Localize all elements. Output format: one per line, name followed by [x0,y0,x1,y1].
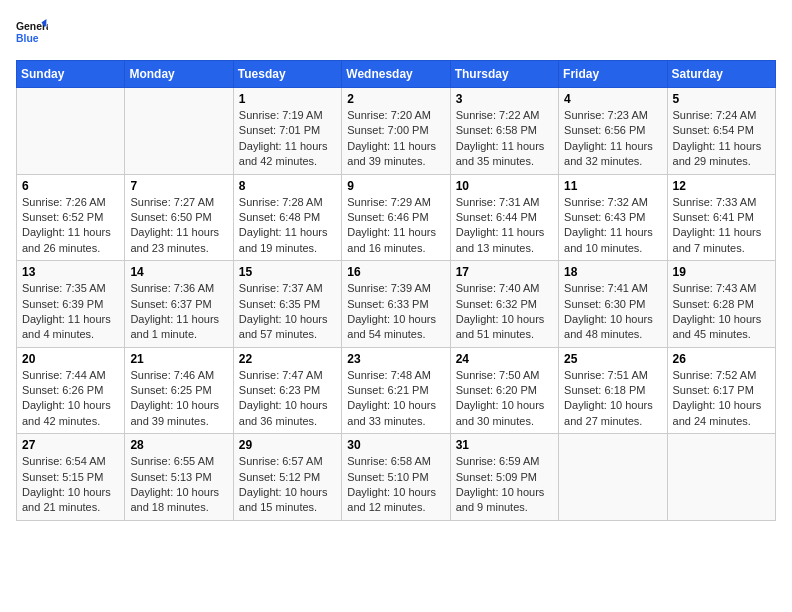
day-info: Sunrise: 7:40 AM Sunset: 6:32 PM Dayligh… [456,281,553,343]
day-info: Sunrise: 7:51 AM Sunset: 6:18 PM Dayligh… [564,368,661,430]
day-number: 1 [239,92,336,106]
calendar-week-row: 13Sunrise: 7:35 AM Sunset: 6:39 PM Dayli… [17,261,776,348]
day-number: 17 [456,265,553,279]
day-info: Sunrise: 7:50 AM Sunset: 6:20 PM Dayligh… [456,368,553,430]
day-info: Sunrise: 7:46 AM Sunset: 6:25 PM Dayligh… [130,368,227,430]
calendar-table: SundayMondayTuesdayWednesdayThursdayFrid… [16,60,776,521]
calendar-cell: 6Sunrise: 7:26 AM Sunset: 6:52 PM Daylig… [17,174,125,261]
day-number: 25 [564,352,661,366]
logo-icon: General Blue [16,16,48,48]
day-info: Sunrise: 7:36 AM Sunset: 6:37 PM Dayligh… [130,281,227,343]
day-info: Sunrise: 7:22 AM Sunset: 6:58 PM Dayligh… [456,108,553,170]
svg-text:Blue: Blue [16,33,39,44]
day-number: 5 [673,92,770,106]
day-number: 27 [22,438,119,452]
day-of-week-header: Wednesday [342,61,450,88]
day-info: Sunrise: 6:55 AM Sunset: 5:13 PM Dayligh… [130,454,227,516]
calendar-cell: 13Sunrise: 7:35 AM Sunset: 6:39 PM Dayli… [17,261,125,348]
calendar-cell: 16Sunrise: 7:39 AM Sunset: 6:33 PM Dayli… [342,261,450,348]
day-info: Sunrise: 7:24 AM Sunset: 6:54 PM Dayligh… [673,108,770,170]
calendar-cell: 19Sunrise: 7:43 AM Sunset: 6:28 PM Dayli… [667,261,775,348]
day-number: 28 [130,438,227,452]
calendar-cell: 30Sunrise: 6:58 AM Sunset: 5:10 PM Dayli… [342,434,450,521]
calendar-cell: 20Sunrise: 7:44 AM Sunset: 6:26 PM Dayli… [17,347,125,434]
calendar-cell: 4Sunrise: 7:23 AM Sunset: 6:56 PM Daylig… [559,88,667,175]
day-info: Sunrise: 7:35 AM Sunset: 6:39 PM Dayligh… [22,281,119,343]
calendar-cell: 15Sunrise: 7:37 AM Sunset: 6:35 PM Dayli… [233,261,341,348]
day-info: Sunrise: 7:33 AM Sunset: 6:41 PM Dayligh… [673,195,770,257]
day-number: 26 [673,352,770,366]
day-info: Sunrise: 6:57 AM Sunset: 5:12 PM Dayligh… [239,454,336,516]
calendar-cell: 11Sunrise: 7:32 AM Sunset: 6:43 PM Dayli… [559,174,667,261]
day-info: Sunrise: 6:58 AM Sunset: 5:10 PM Dayligh… [347,454,444,516]
day-info: Sunrise: 7:26 AM Sunset: 6:52 PM Dayligh… [22,195,119,257]
day-number: 6 [22,179,119,193]
day-number: 19 [673,265,770,279]
calendar-cell: 2Sunrise: 7:20 AM Sunset: 7:00 PM Daylig… [342,88,450,175]
day-number: 11 [564,179,661,193]
calendar-cell: 31Sunrise: 6:59 AM Sunset: 5:09 PM Dayli… [450,434,558,521]
day-number: 16 [347,265,444,279]
calendar-cell: 5Sunrise: 7:24 AM Sunset: 6:54 PM Daylig… [667,88,775,175]
day-info: Sunrise: 7:48 AM Sunset: 6:21 PM Dayligh… [347,368,444,430]
day-info: Sunrise: 7:43 AM Sunset: 6:28 PM Dayligh… [673,281,770,343]
calendar-week-row: 6Sunrise: 7:26 AM Sunset: 6:52 PM Daylig… [17,174,776,261]
calendar-cell: 3Sunrise: 7:22 AM Sunset: 6:58 PM Daylig… [450,88,558,175]
calendar-cell: 22Sunrise: 7:47 AM Sunset: 6:23 PM Dayli… [233,347,341,434]
day-info: Sunrise: 6:59 AM Sunset: 5:09 PM Dayligh… [456,454,553,516]
day-number: 12 [673,179,770,193]
day-info: Sunrise: 7:19 AM Sunset: 7:01 PM Dayligh… [239,108,336,170]
day-of-week-header: Tuesday [233,61,341,88]
calendar-cell: 25Sunrise: 7:51 AM Sunset: 6:18 PM Dayli… [559,347,667,434]
day-info: Sunrise: 7:41 AM Sunset: 6:30 PM Dayligh… [564,281,661,343]
calendar-cell: 10Sunrise: 7:31 AM Sunset: 6:44 PM Dayli… [450,174,558,261]
day-of-week-header: Saturday [667,61,775,88]
day-info: Sunrise: 7:23 AM Sunset: 6:56 PM Dayligh… [564,108,661,170]
calendar-cell: 23Sunrise: 7:48 AM Sunset: 6:21 PM Dayli… [342,347,450,434]
day-info: Sunrise: 7:32 AM Sunset: 6:43 PM Dayligh… [564,195,661,257]
day-number: 21 [130,352,227,366]
day-number: 18 [564,265,661,279]
day-number: 4 [564,92,661,106]
day-info: Sunrise: 6:54 AM Sunset: 5:15 PM Dayligh… [22,454,119,516]
day-number: 22 [239,352,336,366]
calendar-cell: 1Sunrise: 7:19 AM Sunset: 7:01 PM Daylig… [233,88,341,175]
day-number: 23 [347,352,444,366]
calendar-cell: 17Sunrise: 7:40 AM Sunset: 6:32 PM Dayli… [450,261,558,348]
day-info: Sunrise: 7:20 AM Sunset: 7:00 PM Dayligh… [347,108,444,170]
day-number: 7 [130,179,227,193]
day-info: Sunrise: 7:47 AM Sunset: 6:23 PM Dayligh… [239,368,336,430]
calendar-cell: 29Sunrise: 6:57 AM Sunset: 5:12 PM Dayli… [233,434,341,521]
day-number: 3 [456,92,553,106]
calendar-cell: 8Sunrise: 7:28 AM Sunset: 6:48 PM Daylig… [233,174,341,261]
day-number: 13 [22,265,119,279]
page-header: General Blue [16,16,776,48]
day-info: Sunrise: 7:39 AM Sunset: 6:33 PM Dayligh… [347,281,444,343]
day-number: 9 [347,179,444,193]
day-info: Sunrise: 7:31 AM Sunset: 6:44 PM Dayligh… [456,195,553,257]
day-info: Sunrise: 7:52 AM Sunset: 6:17 PM Dayligh… [673,368,770,430]
day-number: 30 [347,438,444,452]
day-number: 24 [456,352,553,366]
calendar-cell: 7Sunrise: 7:27 AM Sunset: 6:50 PM Daylig… [125,174,233,261]
calendar-cell: 21Sunrise: 7:46 AM Sunset: 6:25 PM Dayli… [125,347,233,434]
day-info: Sunrise: 7:44 AM Sunset: 6:26 PM Dayligh… [22,368,119,430]
calendar-cell: 18Sunrise: 7:41 AM Sunset: 6:30 PM Dayli… [559,261,667,348]
calendar-cell [559,434,667,521]
calendar-cell: 14Sunrise: 7:36 AM Sunset: 6:37 PM Dayli… [125,261,233,348]
calendar-cell [125,88,233,175]
calendar-cell: 9Sunrise: 7:29 AM Sunset: 6:46 PM Daylig… [342,174,450,261]
day-number: 2 [347,92,444,106]
calendar-header-row: SundayMondayTuesdayWednesdayThursdayFrid… [17,61,776,88]
calendar-week-row: 20Sunrise: 7:44 AM Sunset: 6:26 PM Dayli… [17,347,776,434]
logo: General Blue [16,16,52,48]
day-info: Sunrise: 7:27 AM Sunset: 6:50 PM Dayligh… [130,195,227,257]
calendar-cell: 28Sunrise: 6:55 AM Sunset: 5:13 PM Dayli… [125,434,233,521]
day-number: 15 [239,265,336,279]
day-of-week-header: Sunday [17,61,125,88]
day-number: 31 [456,438,553,452]
day-info: Sunrise: 7:37 AM Sunset: 6:35 PM Dayligh… [239,281,336,343]
calendar-cell [667,434,775,521]
day-number: 20 [22,352,119,366]
day-of-week-header: Friday [559,61,667,88]
